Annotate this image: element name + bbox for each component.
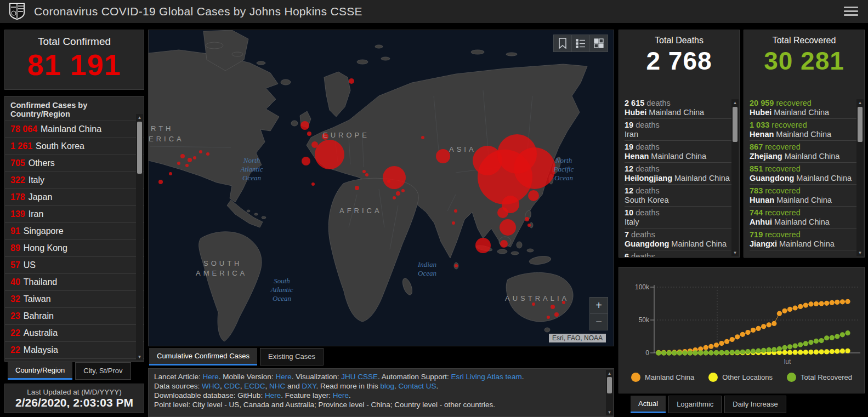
case-marker[interactable]: [547, 316, 550, 319]
world-map[interactable]: RTHERICAEUROPEASIAAFRICASOUTHAMERICAAUST…: [148, 30, 614, 346]
scroll-thumb[interactable]: [858, 107, 863, 142]
case-marker[interactable]: [500, 240, 508, 248]
data-point[interactable]: [761, 348, 766, 353]
case-marker[interactable]: [500, 219, 516, 236]
data-point[interactable]: [814, 350, 819, 355]
case-marker[interactable]: [528, 190, 539, 201]
menu-icon[interactable]: [844, 7, 858, 16]
data-point[interactable]: [824, 335, 829, 340]
data-point[interactable]: [798, 350, 803, 355]
source-link[interactable]: WHO: [202, 382, 220, 390]
source-link[interactable]: Here: [333, 391, 349, 399]
source-link[interactable]: blog: [380, 382, 394, 390]
data-point[interactable]: [835, 300, 839, 305]
case-marker[interactable]: [177, 162, 180, 165]
source-link[interactable]: NHC: [269, 382, 285, 390]
scroll-up-icon[interactable]: ▴: [136, 114, 143, 121]
data-point[interactable]: [682, 350, 687, 355]
data-point[interactable]: [808, 350, 813, 355]
stat-list-item[interactable]: 1 033 recoveredHenan Mainland China: [750, 119, 856, 141]
data-point[interactable]: [798, 342, 803, 347]
data-point[interactable]: [808, 340, 813, 345]
case-marker[interactable]: [454, 209, 457, 213]
case-marker[interactable]: [185, 164, 189, 167]
tab-existing-cases[interactable]: Existing Cases: [260, 348, 324, 365]
stat-list-item[interactable]: 851 recoveredGuangdong Mainland China: [750, 163, 856, 185]
stat-list-item[interactable]: 12 deathsHeilongjiang Mainland China: [625, 163, 731, 185]
data-point[interactable]: [835, 349, 839, 353]
tab-cumulative-confirmed[interactable]: Cumulative Confirmed Cases: [149, 348, 257, 365]
case-marker[interactable]: [383, 166, 406, 189]
basemap-icon[interactable]: [590, 35, 608, 52]
confirmed-list-item[interactable]: 178Japan: [5, 188, 144, 205]
data-point[interactable]: [798, 304, 803, 309]
confirmed-list-item[interactable]: 89Hong Kong: [5, 239, 144, 256]
source-link[interactable]: Esri Living Atlas team: [451, 373, 522, 381]
stat-list-item[interactable]: 6 deaths: [625, 250, 731, 257]
data-point[interactable]: [793, 343, 798, 348]
case-marker[interactable]: [355, 186, 359, 190]
data-point[interactable]: [787, 344, 792, 349]
bookmark-icon[interactable]: [554, 35, 572, 52]
confirmed-list-item[interactable]: 139Iran: [5, 205, 144, 222]
data-point[interactable]: [730, 337, 735, 342]
case-marker[interactable]: [362, 170, 366, 173]
data-point[interactable]: [767, 322, 771, 327]
data-point[interactable]: [724, 350, 729, 355]
source-link[interactable]: DXY: [302, 382, 316, 390]
case-marker[interactable]: [455, 264, 458, 267]
data-point[interactable]: [761, 324, 766, 329]
scroll-down-icon[interactable]: ▾: [856, 249, 864, 256]
scroll-up-icon[interactable]: ▴: [856, 99, 864, 106]
data-point[interactable]: [730, 350, 735, 355]
stat-list-item[interactable]: 10 deaths Italy: [625, 207, 731, 229]
tab-logarithmic[interactable]: Logarithmic: [668, 396, 722, 413]
data-point[interactable]: [803, 302, 808, 307]
case-marker[interactable]: [475, 238, 491, 253]
stat-list-item[interactable]: 19 deathsHenan Mainland China: [625, 141, 731, 163]
stat-list-item[interactable]: 7 deathsGuangdong Mainland China: [625, 229, 731, 250]
confirmed-list-item[interactable]: 57US: [5, 256, 144, 273]
data-point[interactable]: [751, 328, 756, 333]
data-point[interactable]: [840, 349, 845, 353]
data-point[interactable]: [767, 347, 771, 352]
source-link[interactable]: ECDC: [244, 382, 265, 390]
data-point[interactable]: [840, 299, 845, 304]
case-marker[interactable]: [158, 180, 163, 184]
data-point[interactable]: [756, 326, 761, 331]
data-point[interactable]: [708, 344, 713, 349]
data-point[interactable]: [661, 350, 666, 355]
data-point[interactable]: [771, 347, 776, 352]
stat-list-item[interactable]: 2 615 deathsHubei Mainland China: [625, 97, 731, 119]
data-point[interactable]: [835, 334, 839, 339]
recovered-scrollbar[interactable]: ▴ ▾: [856, 99, 864, 256]
case-marker[interactable]: [532, 302, 535, 306]
data-point[interactable]: [808, 301, 813, 306]
data-point[interactable]: [782, 309, 787, 313]
data-point[interactable]: [830, 349, 835, 354]
data-point[interactable]: [782, 345, 787, 350]
deaths-scrollbar[interactable]: ▴ ▾: [731, 99, 739, 256]
data-point[interactable]: [704, 350, 708, 355]
data-point[interactable]: [814, 301, 819, 306]
data-point[interactable]: [787, 307, 792, 312]
data-point[interactable]: [714, 342, 719, 347]
legend-item[interactable]: Total Recovered: [787, 373, 852, 382]
stat-list-item[interactable]: 867 recoveredZhejiang Mainland China: [750, 141, 856, 163]
stat-list-item[interactable]: 19 deaths Iran: [625, 119, 731, 141]
source-link[interactable]: Contact US: [399, 382, 436, 390]
confirmed-list-item[interactable]: 18Germany: [5, 358, 144, 362]
data-point[interactable]: [735, 334, 740, 339]
confirmed-list-item[interactable]: 91Singapore: [5, 222, 144, 239]
scroll-up-icon[interactable]: ▴: [731, 99, 739, 106]
data-point[interactable]: [793, 305, 798, 310]
confirmed-list-item[interactable]: 78 064Mainland China: [5, 121, 144, 138]
confirmed-list-item[interactable]: 705Others: [5, 155, 144, 172]
data-point[interactable]: [845, 299, 850, 304]
case-marker[interactable]: [307, 132, 311, 136]
case-marker[interactable]: [206, 152, 209, 156]
data-point[interactable]: [745, 330, 750, 335]
case-marker[interactable]: [396, 191, 400, 196]
data-point[interactable]: [782, 350, 787, 355]
scroll-down-icon[interactable]: ▾: [606, 409, 613, 415]
